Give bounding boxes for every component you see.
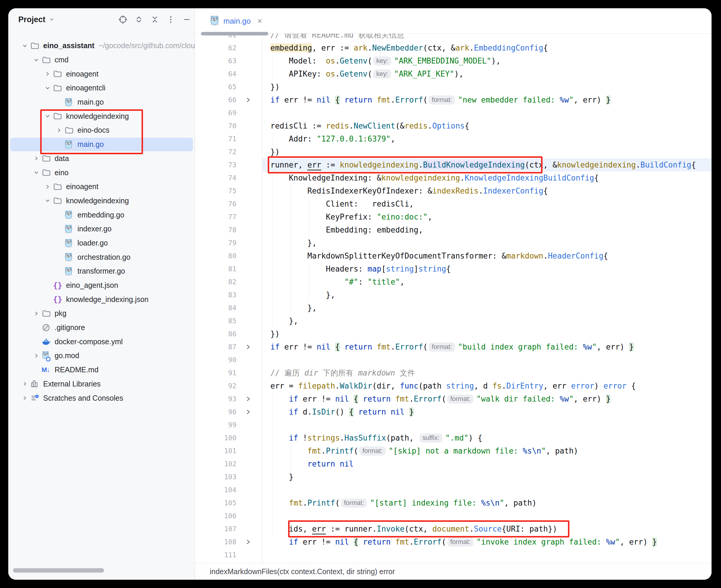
close-icon[interactable] xyxy=(256,17,263,24)
code-line-111[interactable]: 111 xyxy=(195,548,712,561)
code-line-64[interactable]: 64 APIKey: os.Getenv(key:"ARK_API_KEY"), xyxy=(195,67,712,80)
tree-item-knowledge-indexing-json[interactable]: {}knowledge_indexing.json xyxy=(8,292,195,307)
more-vertical-icon[interactable] xyxy=(166,15,176,24)
code-area[interactable]: 61// 请查看 README.md 获取相关信息62embedding, er… xyxy=(195,8,712,563)
tree-item-main-go[interactable]: main.go xyxy=(8,95,195,109)
code-line-81[interactable]: 81 Headers: map[string]string{ xyxy=(195,262,712,275)
tree-item-einoagent[interactable]: einoagent xyxy=(8,67,195,81)
chevron-right-icon[interactable] xyxy=(42,182,53,192)
code-line-103[interactable]: 103 } xyxy=(195,470,712,483)
code-line-80[interactable]: 80 MarkdownSplitterKeyOfDocumentTransfor… xyxy=(195,249,712,262)
code-line-104[interactable]: 104 xyxy=(195,483,712,497)
tree-item-data[interactable]: data xyxy=(8,152,195,166)
fold-chevron-icon[interactable] xyxy=(242,340,254,353)
code-line-102[interactable]: 102 return nil xyxy=(195,457,712,470)
tree-item-gitignore[interactable]: .gitignore xyxy=(8,321,195,335)
tree-item-eino-agent-json[interactable]: {}eino_agent.json xyxy=(8,278,195,293)
tree-item-loader-go[interactable]: loader.go xyxy=(8,236,195,250)
code-line-63[interactable]: 63 Model: os.Getenv(key:"ARK_EMBEDDING_M… xyxy=(195,55,712,67)
sidebar-horizontal-scrollbar[interactable] xyxy=(13,568,104,573)
chevron-down-icon[interactable] xyxy=(31,55,42,65)
code-line-69[interactable]: 69 xyxy=(195,106,712,119)
code-line-90[interactable]: 90 xyxy=(195,353,712,366)
tree-item-eino-docs[interactable]: eino-docs xyxy=(8,123,195,138)
code-line-86[interactable]: 86}) xyxy=(195,328,712,340)
ide-window: Project eino_assistant~/gocode/src/githu… xyxy=(8,8,712,580)
code-line-108[interactable]: 108 if err != nil { return fmt.Errorf(fo… xyxy=(195,536,712,548)
code-line-92[interactable]: 92err = filepath.WalkDir(dir, func(path … xyxy=(195,379,712,392)
chevron-down-icon[interactable] xyxy=(42,83,53,93)
chevron-down-icon[interactable] xyxy=(31,168,42,177)
code-line-79[interactable]: 79 }, xyxy=(195,236,712,249)
code-line-99[interactable]: 99 xyxy=(195,418,712,432)
code-line-93[interactable]: 93 if err != nil { return fmt.Errorf(for… xyxy=(195,392,712,405)
tree-item-external-libraries[interactable]: External Libraries xyxy=(8,377,195,391)
chevron-right-icon[interactable] xyxy=(20,379,30,389)
code-token: Invoke xyxy=(377,524,405,533)
tree-item-einoagent[interactable]: einoagent xyxy=(8,180,195,194)
code-line-83[interactable]: 83 }, xyxy=(195,288,712,301)
code-line-62[interactable]: 62embedding, err := ark.NewEmbedder(ctx,… xyxy=(195,41,712,55)
code-line-106[interactable]: 106 xyxy=(195,509,712,522)
target-icon[interactable] xyxy=(118,15,128,24)
chevron-right-icon[interactable] xyxy=(20,393,30,403)
project-panel-title[interactable]: Project xyxy=(18,15,45,24)
code-line-84[interactable]: 84 }, xyxy=(195,301,712,314)
fold-chevron-icon[interactable] xyxy=(242,392,254,405)
code-line-107[interactable]: 107 ids, err := runner.Invoke(ctx, docum… xyxy=(195,522,712,536)
fold-chevron-icon[interactable] xyxy=(242,93,254,106)
code-line-82[interactable]: 82 "#": "title", xyxy=(195,275,712,288)
tree-item-eino-assistant[interactable]: eino_assistant~/gocode/src/github.com/cl… xyxy=(8,39,195,53)
tree-item-indexer-go[interactable]: indexer.go xyxy=(8,222,195,236)
chevron-down-icon[interactable] xyxy=(42,196,53,206)
code-line-100[interactable]: 100 if !strings.HasSuffix(path, suffix:"… xyxy=(195,432,712,444)
code-line-77[interactable]: 77 KeyPrefix: "eino:doc:", xyxy=(195,210,712,224)
code-token: ( xyxy=(423,342,428,351)
chevron-right-icon[interactable] xyxy=(31,351,42,361)
tree-item-orchestration-go[interactable]: orchestration.go xyxy=(8,250,195,264)
tree-item-main-go[interactable]: main.go xyxy=(8,138,195,152)
code-line-87[interactable]: 87if err != nil { return fmt.Errorf(form… xyxy=(195,340,712,353)
code-line-76[interactable]: 76 Client: redisCli, xyxy=(195,197,712,210)
fold-chevron-icon[interactable] xyxy=(242,405,254,418)
chevron-right-icon[interactable] xyxy=(31,153,42,163)
tab-main-go[interactable]: main.go xyxy=(210,8,263,34)
tree-item-cmd[interactable]: cmd xyxy=(8,53,195,67)
code-line-96[interactable]: 96 if d.IsDir() { return nil } xyxy=(195,405,712,418)
code-line-74[interactable]: 74 KnowledgeIndexing: &knowledgeindexing… xyxy=(195,171,712,184)
chevron-right-icon[interactable] xyxy=(31,309,42,318)
tab-scroll-thumb[interactable] xyxy=(201,32,268,36)
tree-item-embedding-go[interactable]: embedding.go xyxy=(8,208,195,222)
tree-item-eino[interactable]: eino xyxy=(8,166,195,180)
code-line-91[interactable]: 91// 遍历 dir 下的所有 markdown 文件 xyxy=(195,366,712,379)
code-line-78[interactable]: 78 Embedding: embedding, xyxy=(195,224,712,236)
code-line-105[interactable]: 105 fmt.Printf(format:"[start] indexing … xyxy=(195,497,712,509)
tree-item-transformer-go[interactable]: transformer.go xyxy=(8,264,195,278)
code-line-72[interactable]: 72}) xyxy=(195,145,712,159)
code-line-70[interactable]: 70redisCli := redis.NewClient(&redis.Opt… xyxy=(195,119,712,132)
tree-item-go-mod[interactable]: go.mod xyxy=(8,349,195,363)
tree-item-einoagentcli[interactable]: einoagentcli xyxy=(8,81,195,95)
code-line-66[interactable]: 66if err != nil { return fmt.Errorf(form… xyxy=(195,93,712,106)
tree-item-pkg[interactable]: pkg xyxy=(8,307,195,321)
chevron-down-icon[interactable] xyxy=(42,111,53,121)
code-line-75[interactable]: 75 RedisIndexerKeyOfIndexer: &indexRedis… xyxy=(195,184,712,197)
tree-item-knowledgeindexing[interactable]: knowledgeindexing xyxy=(8,194,195,208)
chevron-right-icon[interactable] xyxy=(54,125,64,135)
code-line-73[interactable]: 73runner, err := knowledgeindexing.Build… xyxy=(195,159,712,171)
collapse-all-icon[interactable] xyxy=(150,15,160,24)
tree-item-readme-md[interactable]: M↓README.md xyxy=(8,363,195,377)
chevron-down-icon[interactable] xyxy=(20,41,30,51)
tree-item-knowledgeindexing[interactable]: knowledgeindexing xyxy=(8,109,195,123)
code-line-65[interactable]: 65}) xyxy=(195,80,712,93)
expand-all-icon[interactable] xyxy=(134,15,144,24)
fold-chevron-icon[interactable] xyxy=(242,536,254,548)
code-line-71[interactable]: 71 Addr: "127.0.0.1:6379", xyxy=(195,132,712,145)
tree-item-scratches-and-consoles[interactable]: Scratches and Consoles xyxy=(8,391,195,405)
chevron-down-icon[interactable] xyxy=(48,16,55,23)
tree-item-docker-compose-yml[interactable]: docker-compose.yml xyxy=(8,335,195,349)
chevron-right-icon[interactable] xyxy=(42,69,53,79)
code-line-85[interactable]: 85 }, xyxy=(195,314,712,328)
hide-panel-icon[interactable] xyxy=(182,15,192,24)
code-line-101[interactable]: 101 fmt.Printf(format:"[skip] not a mark… xyxy=(195,444,712,457)
